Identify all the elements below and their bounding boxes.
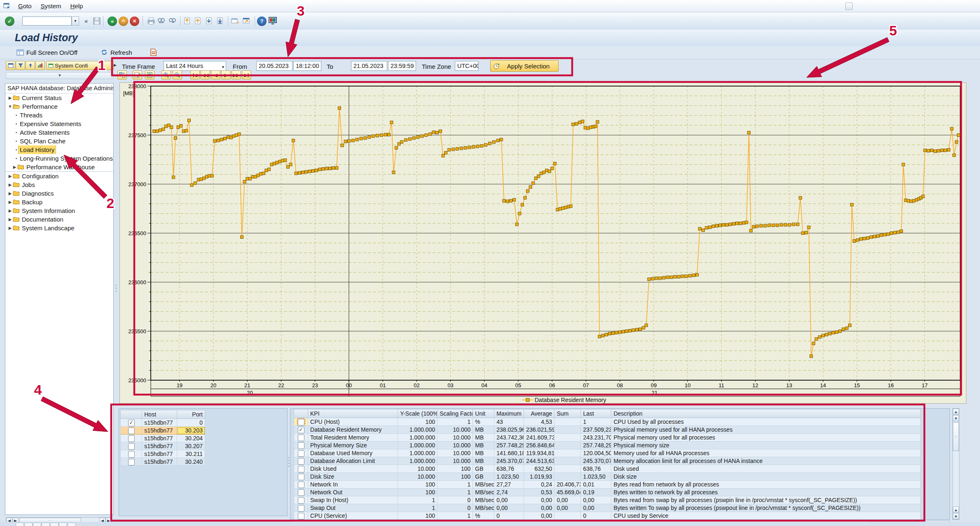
panel-collapse-button[interactable]: ▼ <box>6 72 114 79</box>
host-checkbox[interactable] <box>128 451 135 458</box>
kpi-checkbox[interactable] <box>298 489 304 496</box>
tree-item-performance[interactable]: ▼Performance <box>5 102 113 111</box>
to-time-field[interactable]: 23:59:59 <box>388 61 416 71</box>
host-table-row[interactable]: s15hdbn7730.207 <box>121 442 205 450</box>
statusbar-button[interactable] <box>50 523 58 526</box>
toolbar-overflow-icon[interactable]: ▶ <box>114 63 117 67</box>
kpi-table-row[interactable]: CPU (Service)1001%00,000CPU used by Serv… <box>294 512 921 520</box>
from-time-field[interactable]: 18:12:00 <box>293 61 321 71</box>
kpi-table-row[interactable]: Database Allocation Limit1.000.00010.000… <box>294 457 921 465</box>
edit-selection-icon[interactable] <box>133 70 142 79</box>
kpi-column-header[interactable] <box>294 409 308 418</box>
kpi-column-header[interactable]: Description <box>611 409 921 418</box>
kpi-column-header[interactable]: Scaling Factor <box>437 409 473 418</box>
statusbar-button[interactable] <box>16 523 24 526</box>
kpi-checkbox[interactable] <box>298 450 304 457</box>
kpi-checkbox[interactable] <box>298 497 304 504</box>
last-page-icon[interactable] <box>216 17 225 26</box>
sort-up-icon[interactable] <box>26 61 35 70</box>
statusbar-button[interactable] <box>24 523 33 526</box>
chart-table-toggle-icon[interactable] <box>117 70 127 79</box>
tree-item-sql-plan-cache[interactable]: ·SQL Plan Cache <box>5 137 113 145</box>
collapse-toolbar-icon[interactable]: « <box>84 17 88 24</box>
tree-expander-icon[interactable]: ▶ <box>7 180 13 189</box>
apply-selection-button[interactable]: Apply Selection <box>490 60 559 72</box>
kpi-table-row[interactable]: Swap Out10MB/sec0,000,000,000,00Bytes wr… <box>294 504 921 512</box>
scroll-thumb[interactable]: ⁙ <box>953 422 959 451</box>
kpi-table-row[interactable]: Physical Memory Size1.000.00010.000MB257… <box>294 442 921 449</box>
tree-item-system-landscape[interactable]: ▶System Landscape <box>5 224 113 232</box>
command-input[interactable] <box>22 16 72 26</box>
tree-expander-icon[interactable]: ▶ <box>7 224 13 232</box>
timezone-field[interactable]: UTC+00 <box>455 61 479 71</box>
host-checkbox[interactable] <box>128 428 135 434</box>
help-icon[interactable]: ? <box>257 16 267 26</box>
scroll-fast-forward-icon[interactable]: ▶▶ <box>232 70 241 79</box>
kpi-table-row[interactable]: Total Resident Memory1.000.00010.000MB24… <box>294 434 921 442</box>
kpi-column-header[interactable]: Average <box>524 409 554 418</box>
statusbar-button[interactable] <box>59 523 67 526</box>
scroll-down-icon[interactable]: ▼ <box>953 513 959 519</box>
kpi-column-header[interactable]: Last <box>581 409 611 418</box>
kpi-column-header[interactable]: Unit <box>473 409 494 418</box>
kpi-table-row[interactable]: Disk Size10.000100GB1.023,501.019,931.02… <box>294 473 921 481</box>
tree-expander-icon[interactable]: ▶ <box>7 189 13 198</box>
enter-icon[interactable]: ✓ <box>5 16 14 26</box>
kpi-table-row[interactable]: Database Used Memory1.000.00010.000MB141… <box>294 449 921 457</box>
chart-plot-area[interactable]: 2350002355002360002365002370002375002380… <box>120 83 966 404</box>
command-dropdown-icon[interactable]: ▼ <box>72 16 79 26</box>
host-table-row[interactable]: s15hdbn7730.203 <box>121 427 205 435</box>
host-column-header[interactable]: Host <box>142 410 177 419</box>
scroll-back-icon[interactable]: ◀ <box>211 70 220 79</box>
kpi-checkbox[interactable] <box>298 482 304 488</box>
find-icon[interactable] <box>157 17 165 26</box>
print-icon[interactable] <box>147 17 155 26</box>
host-checkbox[interactable]: ✓ <box>128 420 135 426</box>
tree-item-current-status[interactable]: ▶Current Status <box>5 94 113 102</box>
kpi-checkbox[interactable]: ✓ <box>298 427 304 433</box>
kpi-table-row[interactable]: CPU (Host)1001%434,531CPU Used by all pr… <box>294 418 921 426</box>
host-table-row[interactable]: ✓s15hdbn770 <box>121 419 205 427</box>
tree-display-icon[interactable] <box>6 61 15 70</box>
kpi-checkbox[interactable] <box>298 505 304 512</box>
tree-item-jobs[interactable]: ▶Jobs <box>5 180 113 189</box>
scroll-last-icon[interactable]: ▶| <box>242 70 251 79</box>
tree-item-active-statements[interactable]: ·Active Statements <box>5 128 113 137</box>
kpi-checkbox[interactable] <box>298 513 304 519</box>
tree-item-load-history[interactable]: ·Load History <box>5 145 113 154</box>
kpi-column-header[interactable]: Sum <box>554 409 581 418</box>
panel-splitter-grip[interactable]: ••• <box>115 284 117 297</box>
zoom-in-icon[interactable] <box>161 70 171 79</box>
host-column-header[interactable]: Port <box>177 410 205 419</box>
from-date-field[interactable]: 20.05.2023 <box>256 61 292 71</box>
scroll-first-icon[interactable]: |◀ <box>190 70 200 79</box>
host-column-header[interactable] <box>121 410 142 419</box>
timeframe-dropdown[interactable]: Last 24 Hours ▼ <box>164 61 226 71</box>
scroll-up-icon[interactable]: ▲ <box>953 507 959 513</box>
kpi-table-row[interactable]: Network In1001MB/sec27,270,2420.406,730,… <box>294 481 921 489</box>
window-menu-button[interactable] <box>845 2 853 10</box>
tree-header[interactable]: SAP HANA database: Database Adminis... <box>5 84 113 94</box>
host-checkbox[interactable] <box>128 435 135 442</box>
back-icon[interactable]: « <box>108 16 117 26</box>
menu-goto[interactable]: Goto <box>14 1 36 11</box>
gui-settings-icon[interactable] <box>268 16 278 27</box>
kpi-table-row[interactable]: Disk Used10.000100GB638,76632,50638,76Di… <box>294 465 921 473</box>
kpi-checkbox[interactable] <box>298 466 304 472</box>
host-table-row[interactable]: s15hdbn7730.240 <box>121 458 205 466</box>
scroll-down-icon[interactable]: ▼ <box>953 415 959 421</box>
tree-item-diagnostics[interactable]: ▶Diagnostics <box>5 189 113 198</box>
chart-settings-icon[interactable] <box>35 61 45 70</box>
tree-expander-icon[interactable]: ▼ <box>7 102 13 111</box>
exit-icon[interactable]: ^ <box>119 16 128 26</box>
filter-icon[interactable] <box>16 61 25 70</box>
kpi-checkbox[interactable] <box>298 442 304 449</box>
tree-item-configuration[interactable]: ▶Configuration <box>5 171 113 180</box>
kpi-checkbox[interactable] <box>298 419 304 425</box>
scroll-fast-back-icon[interactable]: ◀◀ <box>201 70 210 79</box>
menu-help[interactable]: Help <box>66 1 88 11</box>
tree-expander-icon[interactable]: ▶ <box>7 198 13 206</box>
host-table-row[interactable]: s15hdbn7730.204 <box>121 435 205 442</box>
host-checkbox[interactable] <box>128 443 135 450</box>
refresh-button[interactable]: Refresh <box>98 47 135 57</box>
